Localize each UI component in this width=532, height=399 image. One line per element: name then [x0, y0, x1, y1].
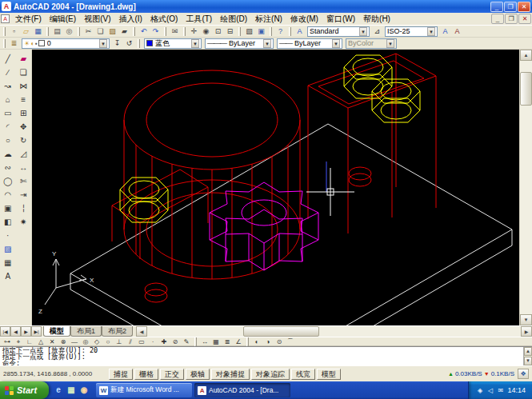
- command-line-area[interactable]: 指定下一点或 [放弃(U)]: 20 指定下一点或 [放弃(U)]: 命令: ▲…: [0, 346, 532, 365]
- stretch-icon[interactable]: ↔: [16, 160, 30, 174]
- new-icon[interactable]: ▫: [8, 26, 20, 37]
- drawing-canvas[interactable]: Y X Z: [32, 50, 519, 325]
- insert-block-icon[interactable]: ▣: [1, 201, 15, 214]
- menu-file[interactable]: 文件(F): [11, 13, 46, 26]
- undo-icon[interactable]: ↶: [138, 26, 150, 37]
- region-icon[interactable]: ▦: [1, 255, 15, 269]
- mirror-icon[interactable]: ⋈: [16, 78, 30, 92]
- restore-button[interactable]: ❐: [504, 2, 517, 12]
- break-icon[interactable]: ╎: [16, 201, 30, 214]
- help-icon[interactable]: ?: [274, 26, 286, 37]
- menu-insert[interactable]: 插入(I): [114, 13, 146, 26]
- print-preview-icon[interactable]: ◎: [63, 26, 75, 37]
- snap-intersection-icon[interactable]: ✕: [46, 337, 58, 346]
- tab-next-button[interactable]: ▶: [21, 326, 31, 337]
- scroll-up-icon[interactable]: ▲: [524, 347, 532, 356]
- snap-center-icon[interactable]: ◎: [80, 337, 91, 346]
- zoom-window-icon[interactable]: ⊡: [212, 26, 224, 37]
- crosshair-cursor[interactable]: [306, 168, 354, 216]
- render-icon[interactable]: ◐: [251, 337, 262, 346]
- tab-prev-button[interactable]: ◀: [10, 326, 21, 337]
- close-button[interactable]: ✕: [518, 2, 530, 12]
- scroll-right-icon[interactable]: ▶: [521, 326, 532, 337]
- area-icon[interactable]: ▦: [210, 337, 222, 346]
- command-history[interactable]: 指定下一点或 [放弃(U)]: 20 指定下一点或 [放弃(U)]: 命令:: [0, 347, 523, 365]
- rotate-icon[interactable]: ↻: [16, 133, 30, 146]
- doc-minimize-button[interactable]: _: [491, 14, 504, 24]
- snap-node-icon[interactable]: ·: [147, 337, 158, 346]
- copy-icon[interactable]: ❏: [94, 26, 106, 37]
- menu-window[interactable]: 窗口(W): [322, 13, 359, 26]
- camera-icon[interactable]: ⌒: [285, 337, 296, 346]
- quicklaunch-media-icon[interactable]: ◉: [78, 385, 90, 396]
- erase-icon[interactable]: ▰: [16, 51, 30, 65]
- vertical-scroll-thumb[interactable]: [520, 72, 532, 106]
- paste-icon[interactable]: ▨: [106, 26, 118, 37]
- revcloud-icon[interactable]: ☁: [1, 146, 15, 160]
- hatch-icon[interactable]: ▨: [1, 241, 15, 255]
- horizontal-scrollbar[interactable]: ◀ ▶: [136, 326, 532, 337]
- scroll-left-icon[interactable]: ◀: [136, 326, 147, 337]
- chevron-down-icon[interactable]: ▼: [427, 27, 435, 36]
- orbit-icon[interactable]: ⊙: [274, 337, 285, 346]
- pan-icon[interactable]: ✛: [188, 26, 200, 37]
- tab-last-button[interactable]: ▶|: [31, 326, 42, 337]
- taskbar-task-autocad[interactable]: A AutoCAD 2004 - [Dra...: [194, 383, 290, 397]
- scroll-down-icon[interactable]: ▼: [520, 314, 532, 325]
- offset-icon[interactable]: ≡: [16, 92, 30, 106]
- horizontal-scroll-thumb[interactable]: [243, 326, 319, 337]
- point-icon[interactable]: ·: [1, 228, 15, 241]
- menu-dimension[interactable]: 标注(N): [251, 13, 286, 26]
- chevron-down-icon[interactable]: ▼: [359, 27, 367, 36]
- snap-none-icon[interactable]: ⊘: [170, 337, 181, 346]
- toolbar-grip[interactable]: [3, 27, 6, 36]
- snap-perpendicular-icon[interactable]: ⊥: [114, 337, 125, 346]
- circle-icon[interactable]: ○: [1, 133, 15, 146]
- taskbar-task-word[interactable]: W 新建 Microsoft Word ...: [96, 383, 192, 397]
- tab-model[interactable]: 模型: [43, 326, 70, 337]
- designcenter-icon[interactable]: ▣: [255, 26, 267, 37]
- status-model[interactable]: 模型: [317, 369, 341, 380]
- snap-parallel-icon[interactable]: ⫽: [125, 337, 136, 346]
- tab-first-button[interactable]: |◀: [0, 326, 10, 337]
- tray-network-icon[interactable]: ◈: [475, 387, 484, 394]
- extend-icon[interactable]: ⇥: [16, 187, 30, 201]
- color-dropdown[interactable]: 蓝色 ▼: [144, 38, 202, 49]
- spline-icon[interactable]: ∾: [1, 160, 15, 174]
- snap-nearest-icon[interactable]: ✚: [158, 337, 170, 346]
- osnap-settings-icon[interactable]: ✎: [181, 337, 192, 346]
- menu-draw[interactable]: 绘图(D): [216, 13, 251, 26]
- chevron-down-icon[interactable]: ▼: [191, 39, 199, 48]
- trim-icon[interactable]: ✄: [16, 174, 30, 187]
- status-polar[interactable]: 极轴: [186, 369, 210, 380]
- explode-icon[interactable]: ✷: [16, 214, 30, 228]
- clock[interactable]: 14:14: [507, 386, 526, 394]
- make-block-icon[interactable]: ◧: [1, 214, 15, 228]
- dim-style-dropdown[interactable]: ISO-25 ▼: [385, 26, 438, 37]
- scroll-down-icon[interactable]: ▼: [524, 357, 532, 365]
- scale-icon[interactable]: ◿: [16, 146, 30, 160]
- minimize-button[interactable]: _: [490, 2, 503, 12]
- command-scrollbar[interactable]: ▲ ▼: [523, 347, 532, 365]
- tab-layout1[interactable]: 布局1: [70, 326, 102, 337]
- snap-midpoint-icon[interactable]: △: [35, 337, 46, 346]
- status-ortho[interactable]: 正交: [160, 369, 184, 380]
- text-style-dropdown[interactable]: Standard ▼: [307, 26, 370, 37]
- quicklaunch-ie-icon[interactable]: e: [53, 385, 64, 396]
- mtext-icon[interactable]: A: [1, 269, 15, 282]
- status-tray-icon[interactable]: ❖: [518, 369, 529, 379]
- snap-endpoint-icon[interactable]: ∟: [24, 337, 35, 346]
- properties-icon[interactable]: ▧: [243, 26, 255, 37]
- chevron-down-icon[interactable]: ▼: [263, 39, 271, 48]
- array-icon[interactable]: ⊞: [16, 106, 30, 119]
- snap-apparent-intersect-icon[interactable]: ⊗: [58, 337, 69, 346]
- status-grid[interactable]: 栅格: [134, 369, 158, 380]
- snap-extension-icon[interactable]: —: [69, 337, 80, 346]
- coordinates-readout[interactable]: 2855.1734, 1416.8688 , 0.0000: [3, 370, 106, 377]
- polyline-icon[interactable]: ↝: [1, 78, 15, 92]
- layer-properties-icon[interactable]: ≣: [8, 38, 20, 49]
- magenta-gear-profile[interactable]: [210, 182, 318, 270]
- match-properties-icon[interactable]: ▰: [118, 26, 130, 37]
- yellow-hex-bolts[interactable]: [120, 55, 420, 222]
- chevron-down-icon[interactable]: ▼: [332, 39, 340, 48]
